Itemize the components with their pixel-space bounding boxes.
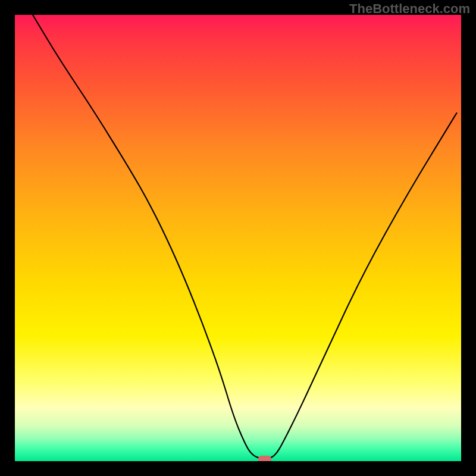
chart-container: TheBottleneck.com — [0, 0, 476, 476]
watermark-text: TheBottleneck.com — [349, 1, 470, 17]
chart-svg — [15, 15, 461, 461]
optimal-marker — [258, 456, 271, 461]
plot-area — [15, 15, 461, 461]
bottleneck-curve — [33, 15, 457, 459]
